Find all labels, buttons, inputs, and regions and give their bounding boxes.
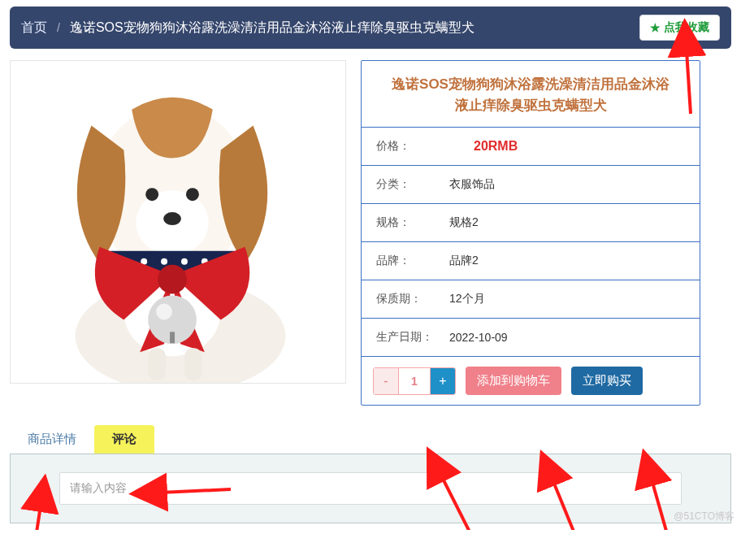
svg-point-17 — [156, 303, 172, 319]
favorite-label: 点我收藏 — [664, 20, 709, 35]
svg-point-6 — [186, 188, 199, 201]
svg-point-12 — [181, 258, 188, 265]
mfg-value: 2022-10-09 — [449, 331, 685, 344]
breadcrumb: 首页 / 逸诺SOS宠物狗狗沐浴露洗澡清洁用品金沐浴液止痒除臭驱虫克螨型犬 ★ … — [10, 7, 731, 49]
breadcrumb-sep: / — [57, 21, 60, 34]
brand-value: 品牌2 — [449, 254, 685, 268]
qty-minus-button[interactable]: - — [374, 368, 398, 394]
row-price: 价格： 20RMB — [362, 128, 700, 166]
price-value: 20RMB — [449, 139, 685, 154]
category-value: 衣服饰品 — [449, 177, 685, 192]
comment-section: 请输入内容 — [10, 454, 731, 523]
svg-rect-18 — [170, 332, 175, 343]
shelf-value: 12个月 — [449, 292, 685, 306]
breadcrumb-home[interactable]: 首页 — [21, 20, 47, 37]
shelf-label: 保质期： — [376, 292, 449, 306]
svg-rect-19 — [148, 348, 166, 380]
row-category: 分类： 衣服饰品 — [362, 166, 700, 204]
actions-row: - + 添加到购物车 立即购买 — [362, 357, 700, 405]
tab-comments[interactable]: 评论 — [94, 425, 154, 454]
mfg-label: 生产日期： — [376, 330, 449, 345]
watermark: @51CTO博客 — [674, 510, 734, 523]
add-to-cart-button[interactable]: 添加到购物车 — [466, 367, 561, 395]
favorite-button[interactable]: ★ 点我收藏 — [639, 15, 720, 41]
star-icon: ★ — [650, 21, 661, 34]
spec-value: 规格2 — [449, 215, 685, 230]
row-spec: 规格： 规格2 — [362, 204, 700, 242]
product-title: 逸诺SOS宠物狗狗沐浴露洗澡清洁用品金沐浴液止痒除臭驱虫克螨型犬 — [362, 61, 700, 128]
breadcrumb-title: 逸诺SOS宠物狗狗沐浴露洗澡清洁用品金沐浴液止痒除臭驱虫克螨型犬 — [70, 20, 639, 37]
product-image — [10, 60, 346, 384]
quantity-stepper: - + — [373, 367, 456, 395]
product-panel: 逸诺SOS宠物狗狗沐浴露洗澡清洁用品金沐浴液止痒除臭驱虫克螨型犬 价格： 20R… — [361, 60, 700, 406]
row-mfg: 生产日期： 2022-10-09 — [362, 319, 700, 357]
tabs: 商品详情 评论 — [10, 425, 731, 454]
category-label: 分类： — [376, 177, 449, 192]
qty-plus-button[interactable]: + — [431, 368, 455, 394]
spec-label: 规格： — [376, 215, 449, 230]
qty-input[interactable] — [398, 368, 431, 394]
row-brand: 品牌： 品牌2 — [362, 242, 700, 280]
svg-point-15 — [158, 265, 187, 294]
buy-now-button[interactable]: 立即购买 — [571, 367, 643, 395]
price-label: 价格： — [376, 139, 449, 154]
svg-point-11 — [161, 258, 167, 265]
svg-rect-20 — [184, 348, 202, 380]
brand-label: 品牌： — [376, 254, 449, 268]
row-shelf: 保质期： 12个月 — [362, 280, 700, 319]
comment-input[interactable]: 请输入内容 — [59, 472, 682, 505]
svg-point-7 — [163, 212, 181, 225]
tab-details[interactable]: 商品详情 — [10, 425, 94, 454]
svg-point-5 — [145, 188, 158, 201]
